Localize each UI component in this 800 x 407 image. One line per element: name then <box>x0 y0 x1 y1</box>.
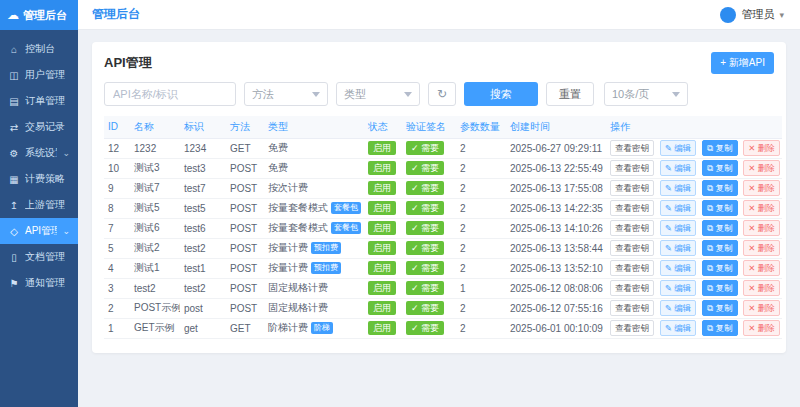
page-size-select[interactable]: 10条/页 <box>604 82 688 106</box>
copy-button[interactable]: ⧉ 复制 <box>702 320 737 337</box>
table-row: 5 测试2 test2 POST 按量计费预扣费 启用 ✓ 需要 2 2025-… <box>104 238 782 258</box>
delete-button[interactable]: ✕ 删除 <box>743 220 780 237</box>
cell-params: 2 <box>456 198 506 218</box>
delete-button[interactable]: ✕ 删除 <box>743 260 780 277</box>
column-header: 标识 <box>180 116 226 138</box>
edit-icon: ✎ <box>665 223 672 233</box>
cell-status: 启用 <box>364 318 402 338</box>
edit-button[interactable]: ✎ 编辑 <box>660 280 697 297</box>
delete-button[interactable]: ✕ 删除 <box>743 320 780 337</box>
type-select[interactable]: 类型 <box>336 82 420 106</box>
view-key-button[interactable]: 查看密钥 <box>610 200 654 217</box>
cell-params: 2 <box>456 238 506 258</box>
edit-button[interactable]: ✎ 编辑 <box>660 260 697 277</box>
method-select[interactable]: 方法 <box>244 82 328 106</box>
sidebar-item-label: 订单管理 <box>25 94 65 108</box>
sidebar-item[interactable]: ⚙ 系统设置 ⌄ <box>0 140 78 166</box>
sidebar-item[interactable]: ◇ API管理 ⌄ <box>0 218 78 244</box>
sidebar-item-label: 通知管理 <box>25 276 65 290</box>
edit-button[interactable]: ✎ 编辑 <box>660 240 697 257</box>
api-card: API管理 + 新增API 方法 类型 ↻ 搜索 重置 10条/页 <box>92 42 786 353</box>
cell-ops: 查看密钥 ✎ 编辑 ⧉ 复制 ✕ 删除 <box>606 178 782 198</box>
view-key-button[interactable]: 查看密钥 <box>610 180 654 197</box>
cell-status: 启用 <box>364 278 402 298</box>
refresh-icon: ↻ <box>437 87 447 101</box>
sidebar-item[interactable]: ⚑ 通知管理 <box>0 270 78 296</box>
cell-name: 测试2 <box>130 238 180 258</box>
edit-button[interactable]: ✎ 编辑 <box>660 160 697 177</box>
copy-button[interactable]: ⧉ 复制 <box>702 140 737 157</box>
delete-button[interactable]: ✕ 删除 <box>743 160 780 177</box>
sidebar-item[interactable]: ▯ 文档管理 <box>0 244 78 270</box>
search-button[interactable]: 搜索 <box>464 82 538 106</box>
copy-button[interactable]: ⧉ 复制 <box>702 300 737 317</box>
delete-button[interactable]: ✕ 删除 <box>743 200 780 217</box>
cell-key: test3 <box>180 158 226 178</box>
edit-button[interactable]: ✎ 编辑 <box>660 200 697 217</box>
edit-button[interactable]: ✎ 编辑 <box>660 300 697 317</box>
add-api-button[interactable]: + 新增API <box>711 52 774 74</box>
sidebar-item[interactable]: ↥ 上游管理 <box>0 192 78 218</box>
edit-button[interactable]: ✎ 编辑 <box>660 220 697 237</box>
type-badge: 套餐包 <box>331 222 361 234</box>
edit-icon: ✎ <box>665 183 672 193</box>
status-badge: 启用 <box>368 201 396 215</box>
view-key-button[interactable]: 查看密钥 <box>610 260 654 277</box>
delete-icon: ✕ <box>748 183 755 193</box>
edit-button[interactable]: ✎ 编辑 <box>660 180 697 197</box>
refresh-button[interactable]: ↻ <box>428 82 456 106</box>
copy-button[interactable]: ⧉ 复制 <box>702 200 737 217</box>
sidebar-item[interactable]: ⌂ 控制台 <box>0 36 78 62</box>
delete-icon: ✕ <box>748 203 755 213</box>
copy-button[interactable]: ⧉ 复制 <box>702 260 737 277</box>
view-key-button[interactable]: 查看密钥 <box>610 300 654 317</box>
cell-method: GET <box>226 318 264 338</box>
cell-type: 按量计费预扣费 <box>264 258 364 278</box>
cell-created: 2025-06-12 08:08:06 <box>506 278 606 298</box>
view-key-button[interactable]: 查看密钥 <box>610 320 654 337</box>
column-header: 操作 <box>606 116 782 138</box>
copy-button[interactable]: ⧉ 复制 <box>702 180 737 197</box>
keyword-input[interactable] <box>104 82 236 106</box>
delete-button[interactable]: ✕ 删除 <box>743 180 780 197</box>
sidebar-item[interactable]: ▤ 订单管理 <box>0 88 78 114</box>
view-key-button[interactable]: 查看密钥 <box>610 280 654 297</box>
caret-down-icon: ▾ <box>779 10 784 20</box>
copy-button[interactable]: ⧉ 复制 <box>702 240 737 257</box>
edit-button[interactable]: ✎ 编辑 <box>660 140 697 157</box>
sidebar-item[interactable]: ⇄ 交易记录 <box>0 114 78 140</box>
delete-button[interactable]: ✕ 删除 <box>743 240 780 257</box>
cell-type: 按量计费预扣费 <box>264 238 364 258</box>
copy-button[interactable]: ⧉ 复制 <box>702 220 737 237</box>
sidebar-item[interactable]: ◫ 用户管理 <box>0 62 78 88</box>
table-row: 4 测试1 test1 POST 按量计费预扣费 启用 ✓ 需要 2 2025-… <box>104 258 782 278</box>
delete-button[interactable]: ✕ 删除 <box>743 280 780 297</box>
delete-button[interactable]: ✕ 删除 <box>743 300 780 317</box>
cell-method: POST <box>226 238 264 258</box>
cell-key: test2 <box>180 278 226 298</box>
column-header: 方法 <box>226 116 264 138</box>
reset-button[interactable]: 重置 <box>546 82 594 106</box>
cell-name: 测试3 <box>130 158 180 178</box>
column-header: 类型 <box>264 116 364 138</box>
edit-button[interactable]: ✎ 编辑 <box>660 320 697 337</box>
copy-button[interactable]: ⧉ 复制 <box>702 280 737 297</box>
status-badge: 启用 <box>368 301 396 315</box>
table-row: 9 测试7 test7 POST 按次计费 启用 ✓ 需要 2 2025-06-… <box>104 178 782 198</box>
user-menu[interactable]: 管理员 ▾ <box>720 7 784 23</box>
view-key-button[interactable]: 查看密钥 <box>610 240 654 257</box>
column-header: ID <box>104 116 130 138</box>
view-key-button[interactable]: 查看密钥 <box>610 220 654 237</box>
view-key-button[interactable]: 查看密钥 <box>610 160 654 177</box>
cell-name: 测试5 <box>130 198 180 218</box>
copy-button[interactable]: ⧉ 复制 <box>702 160 737 177</box>
cell-method: POST <box>226 218 264 238</box>
sidebar-item[interactable]: ▦ 计费策略 <box>0 166 78 192</box>
chevron-down-icon <box>404 92 412 97</box>
delete-button[interactable]: ✕ 删除 <box>743 140 780 157</box>
user-name: 管理员 <box>741 7 774 22</box>
cell-status: 启用 <box>364 198 402 218</box>
view-key-button[interactable]: 查看密钥 <box>610 140 654 157</box>
type-badge: 套餐包 <box>331 202 361 214</box>
type-badge: 阶梯 <box>311 322 333 334</box>
